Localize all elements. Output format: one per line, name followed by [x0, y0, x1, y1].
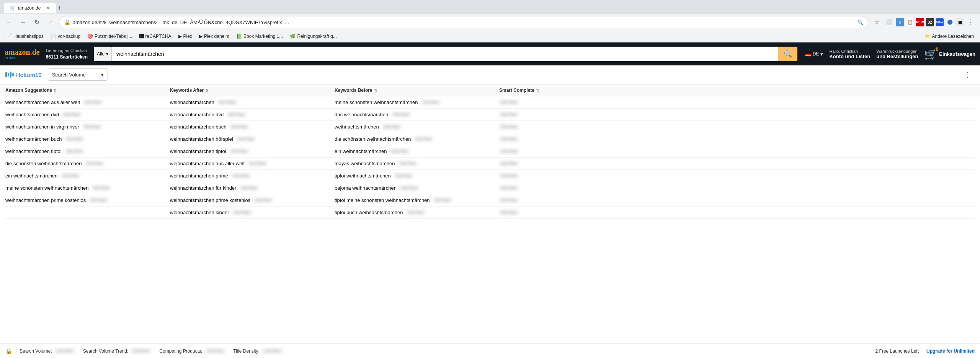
- bookmark-label: Plex: [183, 34, 192, 39]
- home-button[interactable]: ⌂: [45, 17, 56, 28]
- table-row: weihnachtsmärchen aus aller weltGet Plan…: [5, 96, 975, 109]
- amazon-orders[interactable]: Warenrücksendungen und Bestellungen: [876, 49, 918, 59]
- get-plan-badge: Get Plan: [391, 112, 411, 117]
- bookmark-recaptcha[interactable]: 🅵 reCAPTCHA: [137, 33, 174, 40]
- bookmark-button[interactable]: ☆: [871, 17, 882, 28]
- bookmark-label: Andere Lesezeichen: [932, 34, 974, 39]
- suggestion-keyword[interactable]: ein weihnachtsmärchen: [5, 173, 58, 179]
- bookmark-icon: 🎯: [87, 34, 93, 39]
- sort-icon-3: ⇅: [374, 88, 377, 93]
- after-keyword[interactable]: weihnachtsmärchen prime kostenlos: [170, 197, 250, 203]
- suggestion-keyword[interactable]: meine schönsten weihnachtsmärchen: [5, 185, 89, 191]
- delivery-city: 66111 Saarbrücken: [46, 54, 88, 60]
- get-plan-badge: Get Plan: [83, 99, 103, 105]
- before-keyword[interactable]: meine schönsten weihnachtsmärchen: [335, 99, 418, 105]
- suggestion-keyword[interactable]: weihnachtsmärchen in virgin river: [5, 124, 79, 130]
- bookmark-label: reCAPTCHA: [145, 34, 172, 39]
- after-keyword[interactable]: weihnachtsmärchen dvd: [170, 112, 224, 117]
- extension-icon-3[interactable]: 32: [926, 18, 934, 26]
- suggestion-keyword[interactable]: weihnachtsmärchen tiptoi: [5, 148, 62, 154]
- extension-icon-6[interactable]: ▦: [956, 18, 964, 26]
- before-keyword[interactable]: tiptoi meine schönsten weihnachtsmärchen: [335, 197, 430, 203]
- bookmark-reinigung[interactable]: 🌿 Reinigungskraft g...: [287, 33, 339, 40]
- smart-complete-badge: Get Plan: [499, 210, 519, 215]
- before-keyword[interactable]: die schönsten weihnachtsmärchen: [335, 136, 411, 142]
- before-keyword[interactable]: tiptoi buch weihnachtsmärchen: [335, 210, 403, 215]
- after-keyword[interactable]: weihnachtsmärchen für kinder: [170, 185, 236, 191]
- col-smart-complete[interactable]: Smart Complete ⇅: [499, 88, 975, 93]
- screenshot-button[interactable]: ⬜: [884, 17, 894, 28]
- browser-menu-button[interactable]: ⋮: [965, 17, 976, 28]
- suggestion-keyword[interactable]: weihnachtsmärchen buch: [5, 136, 62, 142]
- amazon-language-selector[interactable]: 🇩🇪 DE ▾: [805, 51, 823, 57]
- bookmark-plex[interactable]: ▶ Plex: [176, 33, 194, 40]
- bookmark-haushaltstipps[interactable]: 📄 Haushaltstipps: [4, 33, 46, 40]
- bookmark-other[interactable]: 📁 Andere Lesezeichen: [923, 33, 976, 40]
- helium-menu-button[interactable]: ⋮: [961, 68, 975, 81]
- after-keyword[interactable]: weihnachtsmärchen buch: [170, 124, 226, 130]
- before-keyword[interactable]: ein weihnachtsmärchen: [335, 148, 387, 154]
- amazon-search: Alle ▾ 🔍: [94, 47, 797, 61]
- new-tab-button[interactable]: +: [57, 4, 62, 12]
- cart-count: 0: [936, 46, 938, 52]
- after-keyword[interactable]: weihnachtsmärchen: [170, 99, 214, 105]
- col-keywords-before[interactable]: Keywords Before ⇅: [335, 88, 499, 93]
- address-input[interactable]: [73, 20, 855, 25]
- extension-icon-new[interactable]: NEW: [916, 18, 924, 26]
- amazon-logo[interactable]: amazon.de prime: [5, 48, 40, 60]
- get-plan-badge: Get Plan: [85, 161, 104, 166]
- suggestion-keyword[interactable]: weihnachtsmärchen dvd: [5, 112, 59, 117]
- sort-icon-2: ⇅: [205, 88, 208, 93]
- amazon-prime-label: prime: [5, 56, 16, 60]
- bookmark-putzmittel[interactable]: 🎯 Putzmittel-Tabs |...: [85, 33, 134, 40]
- extension-icon-4[interactable]: New: [936, 18, 944, 26]
- suggestion-keyword[interactable]: weihnachtsmärchen prime kostenlos: [5, 197, 86, 203]
- before-keyword[interactable]: mayas weihnachtsmärchen: [335, 161, 395, 166]
- suggestion-keyword[interactable]: die schönsten weihnachtsmärchen: [5, 161, 82, 166]
- bookmark-vor-backup[interactable]: 📄 vor-backup: [48, 33, 83, 40]
- bookmark-book-marketing[interactable]: 📗 Book Marketing 1...: [234, 33, 285, 40]
- bookmark-label: Book Marketing 1...: [243, 34, 283, 39]
- after-keyword[interactable]: weihnachtsmärchen aus aller welt: [170, 161, 245, 166]
- get-plan-badge: Get Plan: [406, 210, 426, 215]
- search-volume-label: Search Volume: [52, 72, 86, 78]
- col-keywords-after[interactable]: Keywords After ⇅: [170, 88, 335, 93]
- get-plan-badge: Get Plan: [82, 124, 102, 130]
- language-label: DE: [813, 51, 819, 57]
- back-button[interactable]: ←: [4, 17, 15, 28]
- dropdown-arrow: ▾: [106, 51, 108, 57]
- amazon-search-category[interactable]: Alle ▾: [94, 47, 112, 61]
- after-keyword[interactable]: weihnachtsmärchen tiptoi: [170, 148, 226, 154]
- helium-logo[interactable]: Helium10: [5, 72, 42, 78]
- extension-icon-2[interactable]: 📋: [906, 18, 914, 26]
- before-keyword[interactable]: tiptoi weihnachtsmärchen: [335, 173, 391, 179]
- orders-line2: und Bestellungen: [876, 54, 918, 59]
- before-keyword[interactable]: das weihnachtsmärchen: [335, 112, 388, 117]
- extension-icon-5[interactable]: 🔵: [946, 18, 954, 26]
- tab-close[interactable]: ✕: [46, 5, 50, 11]
- amazon-search-input[interactable]: [112, 47, 778, 61]
- extension-icon-1[interactable]: H: [896, 18, 904, 26]
- amazon-cart[interactable]: 🛒 0 Einkaufswagen: [924, 48, 975, 60]
- bookmark-label: Putzmittel-Tabs |...: [95, 34, 132, 39]
- amazon-delivery[interactable]: Lieferung an Christian 66111 Saarbrücken: [44, 47, 90, 61]
- after-keyword[interactable]: weihnachtsmärchen kinder: [170, 210, 229, 215]
- before-keyword[interactable]: pajoma weihnachtsmärchen: [335, 185, 397, 191]
- after-keyword[interactable]: weihnachtsmärchen prime: [170, 173, 228, 179]
- bookmark-plex-daheim[interactable]: ▶ Plex daheim: [197, 33, 232, 40]
- forward-button[interactable]: →: [18, 17, 28, 28]
- smart-complete-badge: Get Plan: [499, 197, 519, 203]
- reload-button[interactable]: ↻: [31, 17, 42, 28]
- suggestion-keyword[interactable]: weihnachtsmärchen aus aller welt: [5, 99, 80, 105]
- cart-label: Einkaufswagen: [939, 51, 975, 57]
- amazon-account[interactable]: Hallo, Christian Konto und Listen: [829, 49, 870, 59]
- address-bar[interactable]: 🔒 🔍: [59, 16, 868, 28]
- before-keyword[interactable]: weihnachtsmärchen: [335, 124, 379, 130]
- amazon-search-button[interactable]: 🔍: [778, 47, 797, 61]
- orders-line1: Warenrücksendungen: [876, 49, 918, 54]
- amazon-header: amazon.de prime Lieferung an Christian 6…: [0, 42, 980, 65]
- after-keyword[interactable]: weihnachtsmärchen hörspiel: [170, 136, 233, 142]
- search-icon: 🔍: [857, 20, 863, 25]
- col-amazon-suggestions[interactable]: Amazon Suggestions ⇅: [5, 88, 170, 93]
- search-volume-dropdown[interactable]: Search Volume ▾: [48, 68, 108, 81]
